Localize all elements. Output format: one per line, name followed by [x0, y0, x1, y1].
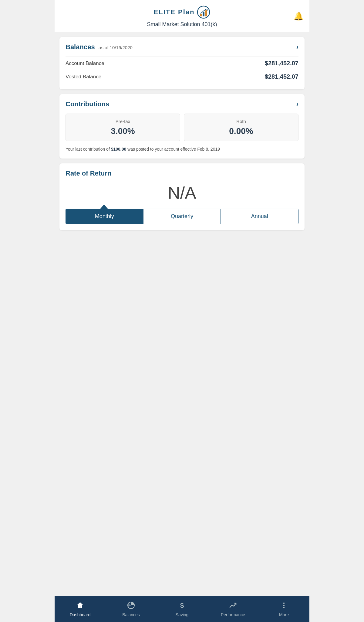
nav-item-dashboard[interactable]: Dashboard [55, 596, 106, 622]
nav-saving-label: Saving [176, 612, 189, 617]
app-header: ELITE Plan Small Market Solution 401(k) … [55, 0, 309, 32]
contributions-chevron-icon[interactable]: › [296, 100, 298, 108]
contributions-card: Contributions › Pre-tax 3.00% Roth 0.00%… [59, 94, 305, 159]
account-balance-label: Account Balance [66, 60, 104, 67]
balances-nav-icon [127, 601, 135, 610]
svg-point-8 [283, 607, 285, 608]
pretax-label: Pre-tax [71, 119, 175, 124]
balances-card-header: Balances as of 10/19/2020 › [66, 43, 298, 51]
nav-performance-label: Performance [221, 612, 245, 617]
vested-balance-label: Vested Balance [66, 74, 101, 80]
bottom-nav: Dashboard Balances $ Saving Performance [55, 596, 309, 622]
svg-rect-1 [200, 14, 202, 16]
svg-text:$: $ [180, 602, 184, 609]
tab-arrow-indicator [100, 204, 108, 209]
saving-nav-icon: $ [178, 601, 186, 610]
nav-balances-label: Balances [122, 612, 140, 617]
nav-item-more[interactable]: More [258, 596, 309, 622]
contribution-amount: $100.00 [111, 147, 126, 152]
vested-balance-row: Vested Balance $281,452.07 [66, 70, 298, 83]
account-balance-value: $281,452.07 [265, 60, 298, 67]
app-logo: ELITE Plan [154, 5, 211, 19]
rate-card-header: Rate of Return [66, 169, 298, 177]
dashboard-icon [76, 601, 84, 610]
svg-point-7 [283, 605, 285, 606]
tab-annual[interactable]: Annual [221, 209, 298, 224]
more-nav-icon [280, 601, 288, 610]
pretax-box: Pre-tax 3.00% [66, 114, 180, 141]
tab-quarterly[interactable]: Quarterly [143, 209, 221, 224]
notification-bell[interactable]: 🔔 [294, 11, 303, 21]
nav-dashboard-label: Dashboard [70, 612, 91, 617]
pretax-value: 3.00% [71, 126, 175, 136]
rate-title: Rate of Return [66, 169, 112, 177]
balances-title-group: Balances as of 10/19/2020 [66, 43, 133, 51]
svg-rect-3 [205, 10, 207, 16]
contributions-boxes: Pre-tax 3.00% Roth 0.00% [66, 114, 298, 141]
vested-balance-value: $281,452.07 [265, 73, 298, 80]
svg-rect-2 [203, 12, 204, 16]
tab-indicator-wrapper: Monthly Quarterly Annual [66, 209, 298, 224]
contributions-card-header: Contributions › [66, 100, 298, 108]
svg-point-6 [283, 603, 285, 604]
balances-title: Balances [66, 43, 95, 51]
rate-of-return-card: Rate of Return N/A Monthly Quarterly Ann… [59, 163, 305, 230]
balances-chevron-icon[interactable]: › [296, 43, 298, 51]
content-spacer [59, 235, 305, 591]
nav-item-saving[interactable]: $ Saving [157, 596, 207, 622]
rate-tabs: Monthly Quarterly Annual [66, 209, 298, 224]
tab-monthly[interactable]: Monthly [66, 209, 143, 224]
account-balance-row: Account Balance $281,452.07 [66, 56, 298, 70]
rate-value: N/A [66, 183, 298, 203]
balances-date: as of 10/19/2020 [99, 45, 133, 50]
logo-icon [197, 5, 210, 19]
nav-item-balances[interactable]: Balances [106, 596, 157, 622]
logo-text: ELITE Plan [154, 8, 195, 16]
balances-card: Balances as of 10/19/2020 › Account Bala… [59, 37, 305, 89]
roth-box: Roth 0.00% [184, 114, 298, 141]
main-content: Balances as of 10/19/2020 › Account Bala… [55, 32, 309, 596]
roth-value: 0.00% [189, 126, 293, 136]
contributions-title: Contributions [66, 100, 109, 108]
performance-nav-icon [229, 601, 237, 610]
contribution-note: Your last contribution of $100.00 was po… [66, 146, 298, 152]
roth-label: Roth [189, 119, 293, 124]
plan-name: Small Market Solution 401(k) [147, 21, 217, 28]
nav-item-performance[interactable]: Performance [207, 596, 258, 622]
nav-more-label: More [279, 612, 289, 617]
